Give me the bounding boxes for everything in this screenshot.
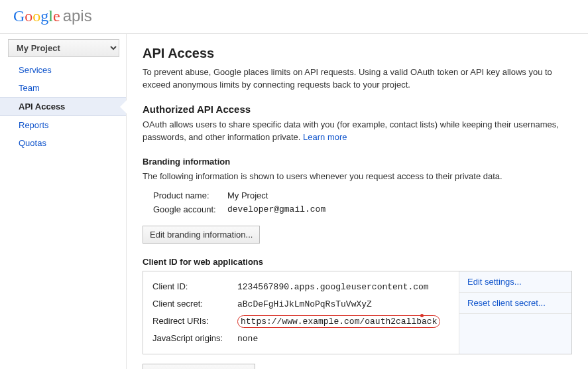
branding-info: Product name: My Project Google account:… xyxy=(153,188,572,216)
product-name-value: My Project xyxy=(227,190,268,200)
authorized-heading: Authorized API Access xyxy=(143,104,572,115)
sidebar-item-services[interactable]: Services xyxy=(0,61,126,79)
google-account-label: Google account: xyxy=(153,204,227,214)
sidebar-item-quotas[interactable]: Quotas xyxy=(0,134,126,152)
sidebar-nav: Services Team API Access Reports Quotas xyxy=(0,61,126,152)
branding-heading: Branding information xyxy=(143,157,572,167)
google-account-value: developer@gmail.com xyxy=(227,204,325,214)
sidebar-item-team[interactable]: Team xyxy=(0,79,126,97)
redirect-uris-label: Redirect URIs: xyxy=(152,316,237,326)
page-title: API Access xyxy=(143,46,572,61)
js-origins-label: JavaScript origins: xyxy=(152,333,237,343)
main-content: API Access To prevent abuse, Google plac… xyxy=(127,34,588,369)
client-id-heading: Client ID for web applications xyxy=(143,257,572,267)
client-id-value: 1234567890.apps.googleusercontent.com xyxy=(237,282,429,292)
branding-text: The following information is shown to us… xyxy=(143,171,572,183)
page-intro: To prevent abuse, Google places limits o… xyxy=(143,66,572,92)
project-selector[interactable]: My Project xyxy=(8,39,119,57)
sidebar-item-api-access[interactable]: API Access xyxy=(0,97,126,116)
client-secret-value: aBcDeFgHiJkLmNoPqRsTuVwXyZ xyxy=(237,299,372,309)
learn-more-link[interactable]: Learn more xyxy=(303,132,347,142)
client-actions: Edit settings... Reset client secret... xyxy=(459,271,571,354)
edit-branding-button[interactable]: Edit branding information... xyxy=(143,226,260,244)
client-id-label: Client ID: xyxy=(152,281,237,291)
sidebar-item-reports[interactable]: Reports xyxy=(0,116,126,134)
redirect-uris-value: https://www.example.com/oauth2callback xyxy=(237,315,440,328)
sidebar: My Project Services Team API Access Repo… xyxy=(0,34,127,369)
authorized-text: OAuth allows users to share specific dat… xyxy=(143,119,572,144)
client-secret-label: Client secret: xyxy=(152,299,237,309)
page-header: Googleapis xyxy=(0,0,588,33)
client-id-box: Client ID: 1234567890.apps.googleusercon… xyxy=(143,271,572,354)
create-client-id-button[interactable]: Create another client ID... xyxy=(143,364,255,369)
reset-client-secret-link[interactable]: Reset client secret... xyxy=(459,293,571,314)
product-name-label: Product name: xyxy=(153,190,227,200)
js-origins-value: none xyxy=(237,334,258,344)
google-apis-logo: Googleapis xyxy=(13,7,92,25)
edit-settings-link[interactable]: Edit settings... xyxy=(459,271,571,293)
